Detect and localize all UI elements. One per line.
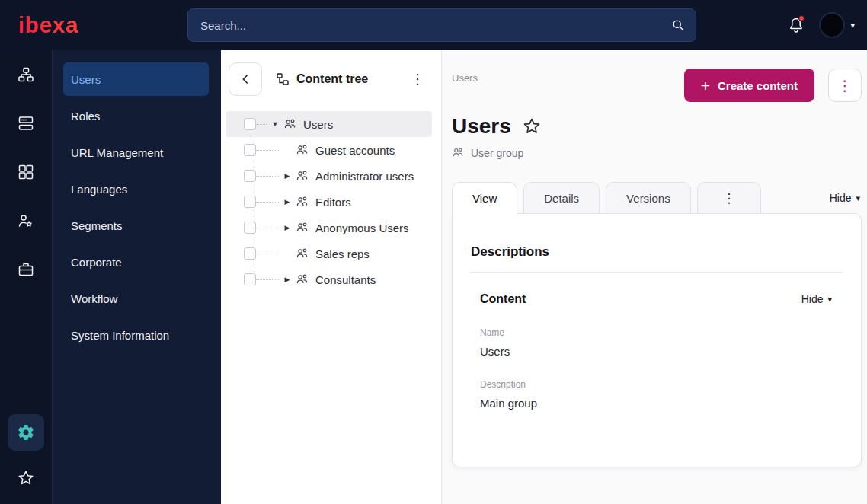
- descriptions-heading: Descriptions: [471, 244, 843, 260]
- content-type-label: User group: [471, 147, 523, 159]
- content-section: Content Hide ▾ Name Users Description Ma…: [471, 292, 843, 410]
- user-group-icon: [296, 143, 309, 157]
- tree-node-label: Editors: [315, 196, 351, 209]
- tree-node-label: Consultants: [315, 273, 376, 286]
- collapse-node-icon[interactable]: ▼: [268, 121, 282, 128]
- ibexa-logo[interactable]: ibexa: [18, 12, 104, 38]
- field-value: Main group: [480, 397, 833, 410]
- tree-children: Guest accounts ▶ Administrator users: [221, 137, 441, 292]
- sidebar-item-system-information[interactable]: System Information: [63, 318, 209, 352]
- expand-node-icon[interactable]: ▶: [280, 173, 294, 180]
- field-name: Name Users: [480, 327, 833, 358]
- tree-connector: [256, 124, 267, 125]
- hide-panel-toggle[interactable]: Hide ▾: [830, 192, 862, 204]
- sidebar-item-roles[interactable]: Roles: [63, 99, 209, 132]
- tree-checkbox[interactable]: [244, 118, 256, 130]
- expand-node-icon[interactable]: ▶: [280, 276, 294, 283]
- content-tree-title-wrap: Content tree: [276, 72, 368, 86]
- tab-view[interactable]: View: [452, 182, 517, 214]
- tree-node-label: Guest accounts: [315, 144, 395, 157]
- tree-node-label: Sales reps: [315, 247, 370, 260]
- tree-kebab-icon[interactable]: ⋮: [405, 68, 430, 91]
- tree-row-guest-accounts[interactable]: Guest accounts: [226, 137, 432, 163]
- hide-section-toggle[interactable]: Hide ▾: [801, 293, 833, 305]
- header-actions: + Create content ⋮: [684, 69, 862, 102]
- page-title: Users: [452, 114, 511, 139]
- sidebar-item-languages[interactable]: Languages: [63, 172, 209, 206]
- user-group-icon: [296, 169, 309, 183]
- sidebar-item-corporate[interactable]: Corporate: [63, 245, 209, 279]
- tree-row-anonymous-users[interactable]: ▶ Anonymous Users: [226, 215, 432, 241]
- topbar: ibexa ▾: [0, 0, 867, 50]
- bookmarks-star-icon[interactable]: [11, 463, 41, 493]
- kebab-icon: ⋮: [722, 190, 735, 206]
- notifications-bell-icon[interactable]: [787, 16, 805, 34]
- tree-checkbox[interactable]: [244, 170, 256, 182]
- tree-checkbox[interactable]: [244, 222, 256, 234]
- tree-row-sales-reps[interactable]: Sales reps: [226, 241, 432, 266]
- tree-checkbox[interactable]: [244, 144, 256, 156]
- tree-checkbox[interactable]: [244, 247, 256, 260]
- content-tree-title: Content tree: [296, 72, 368, 86]
- create-content-label: Create content: [718, 79, 798, 92]
- content-tree-panel: Content tree ⋮ ▼ Users: [221, 50, 442, 504]
- tree-row-editors[interactable]: ▶ Editors: [226, 189, 432, 215]
- plus-icon: +: [701, 78, 710, 94]
- body-row: Users Roles URL Management Languages Seg…: [0, 50, 867, 504]
- collapse-tree-button[interactable]: [229, 62, 262, 96]
- chevron-down-icon[interactable]: ▾: [850, 21, 855, 30]
- kebab-icon: ⋮: [838, 77, 853, 94]
- tree-checkbox[interactable]: [244, 196, 256, 208]
- tab-versions[interactable]: Versions: [606, 182, 691, 214]
- content-type-row: User group: [452, 146, 862, 159]
- content-tree: ▼ Users: [221, 107, 441, 292]
- sidebar-item-url-management[interactable]: URL Management: [63, 136, 209, 169]
- tree-connector: [256, 228, 279, 228]
- tab-details[interactable]: Details: [523, 182, 600, 214]
- user-menu[interactable]: ▾: [819, 12, 855, 38]
- tab-more[interactable]: ⋮: [697, 182, 761, 214]
- divider: [471, 272, 843, 273]
- tree-row-consultants[interactable]: ▶ Consultants: [226, 266, 432, 292]
- search-icon[interactable]: [670, 18, 686, 33]
- create-content-button[interactable]: + Create content: [684, 69, 814, 102]
- chevron-left-icon: [238, 72, 252, 86]
- content-tree-header: Content tree ⋮: [221, 50, 441, 107]
- search-bar: [187, 8, 696, 42]
- hide-label: Hide: [801, 293, 824, 305]
- favorite-star-icon[interactable]: [522, 116, 542, 136]
- tree-node-label: Administrator users: [315, 170, 414, 183]
- expand-node-icon[interactable]: ▶: [280, 199, 294, 206]
- sidebar-item-users[interactable]: Users: [63, 62, 209, 96]
- user-group-icon: [296, 273, 309, 286]
- user-group-icon: [296, 247, 309, 260]
- modules-icon[interactable]: [11, 157, 41, 187]
- sidebar-item-segments[interactable]: Segments: [63, 209, 209, 242]
- tree-row-users[interactable]: ▼ Users: [226, 111, 432, 137]
- user-group-icon: [296, 195, 309, 209]
- search-input[interactable]: [187, 8, 696, 42]
- field-label: Name: [480, 327, 833, 338]
- corporate-icon[interactable]: [11, 254, 41, 285]
- tree-connector: [256, 176, 279, 177]
- tree-connector: [256, 202, 279, 203]
- chevron-down-icon: ▾: [856, 194, 860, 203]
- sidebar-item-workflow[interactable]: Workflow: [63, 282, 209, 315]
- settings-gear-icon[interactable]: [8, 414, 44, 451]
- more-actions-button[interactable]: ⋮: [828, 69, 862, 102]
- expand-node-icon[interactable]: ▶: [280, 225, 294, 231]
- content-section-title: Content: [480, 292, 526, 306]
- personalization-icon[interactable]: [11, 206, 41, 236]
- tree-checkbox[interactable]: [244, 273, 256, 285]
- content-list-icon[interactable]: [11, 108, 41, 139]
- tree-connector: [256, 150, 279, 151]
- app-root: ibexa ▾: [0, 0, 867, 504]
- tree-node-label: Anonymous Users: [315, 222, 409, 234]
- hide-label: Hide: [830, 192, 852, 204]
- topbar-right-cluster: ▾: [787, 12, 855, 38]
- breadcrumb[interactable]: Users: [452, 72, 478, 84]
- sitemap-icon[interactable]: [11, 59, 41, 90]
- user-group-icon: [296, 221, 309, 234]
- tree-row-administrator-users[interactable]: ▶ Administrator users: [226, 163, 432, 189]
- avatar[interactable]: [819, 12, 845, 38]
